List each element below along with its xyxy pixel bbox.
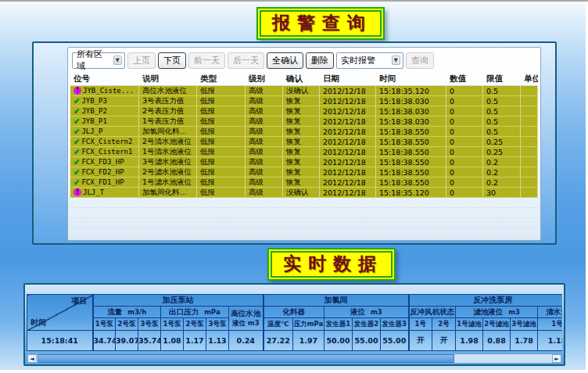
value-cell: 1.97	[293, 331, 324, 351]
column-header: 2号	[432, 318, 456, 331]
table-row[interactable]: ✔FCX_FD3_HP3号滤水池液位低报高级恢复2012/12/1815:18:…	[70, 157, 538, 167]
value-cell: 39.07	[116, 331, 138, 351]
cell-unit	[521, 167, 538, 177]
col-header-type[interactable]: 类型	[197, 74, 246, 84]
cell-type: 低报	[197, 96, 246, 106]
check-icon: ✔	[74, 178, 80, 186]
alarm-query-title: 报警查询	[256, 7, 385, 40]
table-row[interactable]: !JLJ_T加氯间化料...低报高级没确认2012/12/1815:18:35.…	[70, 188, 538, 198]
cell-date: 2012/12/18	[320, 127, 376, 136]
subgroup-header: 高位水池液位 m3	[229, 307, 264, 331]
table-row[interactable]: ✔FCX_FD1_HP1号滤水池液位低报高级恢复2012/12/1815:18:…	[70, 178, 538, 188]
cell-unit	[521, 157, 538, 167]
area-select[interactable]: 所有区域 ▼	[72, 52, 125, 69]
col-header-level[interactable]: 级别	[246, 74, 283, 84]
column-header: 2号滤池	[483, 318, 511, 331]
empty-cell	[446, 228, 483, 238]
col-header-tag[interactable]: 位号	[70, 74, 139, 84]
check-icon: ✔	[74, 168, 80, 176]
tag-text: JYB_P2	[81, 107, 107, 115]
cell-time: 15:18:38.550	[376, 147, 446, 156]
cell-level: 高级	[246, 157, 283, 167]
empty-cell	[521, 208, 538, 217]
cell-limit: 0.5	[483, 96, 521, 106]
col-header-ack[interactable]: 确认	[283, 74, 320, 84]
empty-cell	[197, 218, 246, 228]
alarm-mode-select[interactable]: 实时报警 ▼	[336, 52, 403, 69]
cell-value: 0	[446, 167, 483, 177]
empty-cell	[70, 208, 139, 217]
empty-cell	[70, 228, 139, 238]
empty-row	[70, 228, 538, 239]
cell-time: 15:18:38.550	[376, 178, 446, 187]
cell-unit	[521, 117, 538, 126]
subgroup-header: 出口压力mPa	[161, 307, 229, 318]
column-header: 3号泵	[138, 318, 161, 331]
col-header-limit[interactable]: 限值	[483, 74, 521, 84]
cell-desc: 1号滤水池液位	[139, 178, 197, 187]
tag-text: JYB_P3	[81, 97, 107, 105]
empty-row	[70, 218, 538, 228]
time-value-cell: 15:18:41	[27, 331, 93, 351]
column-header: 1号泵	[93, 318, 116, 331]
next-page-button[interactable]: 下页	[158, 52, 186, 69]
horizontal-scrollbar[interactable]: ◄ ►	[27, 353, 562, 364]
cell-unit	[521, 96, 538, 106]
column-header: 1号滤池	[456, 318, 483, 331]
table-row[interactable]: ✔JLJ_P加氯间化料...低报高级恢复2012/12/1815:18:38.5…	[70, 127, 538, 137]
cell-time: 15:18:38.030	[376, 117, 446, 126]
column-header: 1号泵	[161, 318, 184, 331]
cell-ack: 恢复	[283, 96, 320, 106]
cell-limit: 0.5	[483, 86, 521, 95]
cell-date: 2012/12/18	[320, 178, 376, 187]
col-header-unit[interactable]: 单位	[521, 74, 538, 84]
cell-date: 2012/12/18	[320, 157, 376, 167]
empty-cell	[139, 198, 197, 207]
value-cell: 0.24	[229, 331, 264, 351]
col-header-value[interactable]: 数值	[446, 74, 483, 84]
col-header-desc[interactable]: 说明	[139, 74, 197, 84]
empty-cell	[376, 228, 446, 238]
empty-cell	[139, 228, 197, 238]
chevron-down-icon: ▼	[392, 56, 400, 65]
cell-limit: 30	[483, 188, 521, 197]
tag-text: JLJ_T	[83, 188, 104, 196]
value-cell: 27.22	[264, 331, 293, 351]
cell-tag: ✔FCX_FD3_HP	[70, 157, 139, 167]
group-header: 加氯间	[264, 295, 409, 307]
cell-level: 高级	[246, 127, 283, 136]
table-row[interactable]: !JYB_Ciste...高位水池液位低报高级没确认2012/12/1815:1…	[70, 86, 538, 96]
cell-unit	[521, 86, 538, 95]
cell-time: 15:18:35.120	[376, 86, 446, 95]
empty-cell	[521, 218, 538, 228]
alarm-rows-container: !JYB_Ciste...高位水池液位低报高级没确认2012/12/1815:1…	[70, 86, 538, 239]
cell-value: 0	[446, 127, 483, 136]
column-header: 1号	[538, 318, 562, 331]
table-row[interactable]: ✔JYB_P22号表压力值低报高级恢复2012/12/1815:18:38.03…	[70, 106, 538, 117]
table-row[interactable]: ✔FCX_Cistern22号清水池液位低报高级恢复2012/12/1815:1…	[70, 137, 538, 147]
scrollbar-thumb[interactable]	[38, 354, 454, 363]
cell-level: 高级	[246, 178, 283, 187]
value-cell: 55.00	[381, 331, 409, 351]
table-row[interactable]: ✔FCX_Cistern11号清水池液位低报高级恢复2012/12/1815:1…	[70, 147, 538, 157]
ack-all-button[interactable]: 全确认	[267, 52, 303, 69]
delete-button[interactable]: 删除	[306, 52, 334, 69]
table-row[interactable]: ✔FCX_FD2_HP2号滤水池液位低报高级恢复2012/12/1815:18:…	[70, 167, 538, 178]
empty-cell	[70, 198, 139, 207]
empty-cell	[320, 208, 376, 217]
alarm-toolbar: 所有区域 ▼ 上页 下页 前一天 后一天 全确认 删除 实时报警 ▼ 查询	[72, 52, 536, 69]
cell-tag: !JYB_Ciste...	[70, 86, 139, 95]
cell-date: 2012/12/18	[320, 147, 376, 156]
check-icon: ✔	[74, 148, 80, 156]
table-row[interactable]: ✔JYB_P33号表压力值低报高级恢复2012/12/1815:18:38.03…	[70, 96, 538, 106]
scroll-right-arrow-icon[interactable]: ►	[552, 354, 561, 363]
cell-tag: ✔FCX_Cistern2	[70, 137, 139, 146]
cell-date: 2012/12/18	[320, 96, 376, 106]
alarm-table-header: 位号 说明 类型 级别 确认 日期 时间 数值 限值 单位	[70, 72, 538, 86]
table-row[interactable]: ✔JYB_P11号表压力值低报高级恢复2012/12/1815:18:38.03…	[70, 117, 538, 127]
col-header-date[interactable]: 日期	[320, 74, 376, 84]
corner-item-label: 项目	[72, 296, 88, 307]
empty-row	[70, 198, 538, 208]
col-header-time[interactable]: 时间	[376, 74, 446, 84]
scroll-left-arrow-icon[interactable]: ◄	[27, 354, 37, 363]
